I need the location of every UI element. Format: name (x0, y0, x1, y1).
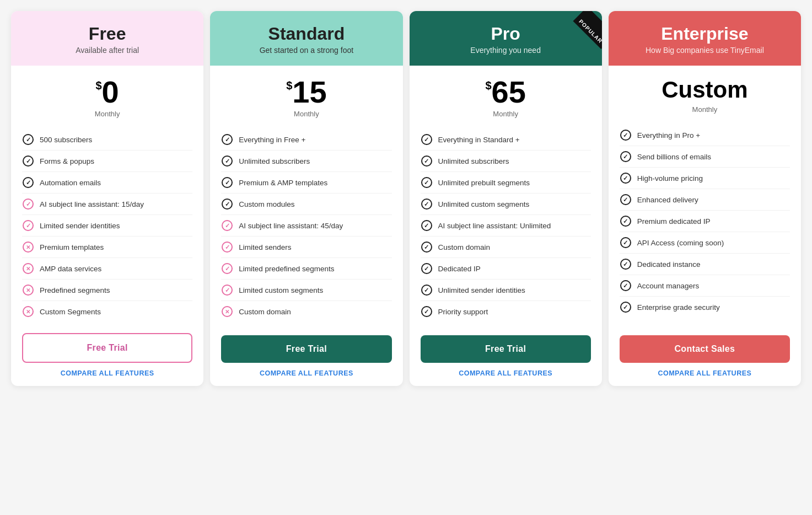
feature-item: Forms & popups (22, 151, 192, 172)
feature-text: Unlimited subscribers (438, 157, 509, 165)
compare-link-pro[interactable]: COMPARE ALL FEATURES (459, 369, 552, 377)
feature-text: API Access (coming soon) (637, 239, 724, 247)
feature-text: Dedicated instance (637, 260, 701, 269)
check-dark-icon (421, 285, 432, 296)
plan-name-free: Free (22, 24, 192, 44)
price-row-pro: $65 (421, 77, 591, 108)
features-list-enterprise: Everything in Pro +Send billions of emai… (620, 125, 790, 324)
check-pink-icon (222, 285, 233, 296)
feature-item: AI subject line assistant: 15/day (22, 194, 192, 215)
cta-area-enterprise: Contact SalesCOMPARE ALL FEATURES (620, 335, 790, 377)
feature-text: High-volume pricing (637, 174, 703, 183)
feature-item: Enterprise grade security (620, 297, 790, 318)
price-amount-enterprise: Custom (620, 77, 790, 103)
plan-body-pro: $65MonthlyEverything in Standard +Unlimi… (410, 66, 602, 386)
feature-text: Custom domain (438, 243, 491, 251)
check-dark-icon (222, 134, 233, 145)
feature-text: Enhanced delivery (637, 196, 698, 204)
features-list-pro: Everything in Standard +Unlimited subscr… (421, 129, 591, 324)
feature-text: Premium & AMP templates (239, 179, 327, 187)
check-dark-icon (421, 134, 432, 145)
plan-header-pro: POPULARProEverything you need (410, 11, 602, 66)
price-period-enterprise: Monthly (620, 105, 790, 114)
price-period-free: Monthly (22, 110, 192, 118)
feature-text: Automation emails (40, 179, 101, 187)
compare-link-enterprise[interactable]: COMPARE ALL FEATURES (658, 369, 751, 377)
feature-text: AI subject line assistant: 15/day (40, 200, 144, 208)
check-dark-icon (620, 302, 631, 313)
feature-text: Account managers (637, 282, 700, 290)
plan-header-enterprise: EnterpriseHow Big companies use TinyEmai… (609, 11, 801, 66)
feature-item: Account managers (620, 275, 790, 297)
feature-item: High-volume pricing (620, 168, 790, 189)
feature-text: Unlimited prebuilt segments (438, 179, 530, 187)
price-row-standard: $15 (221, 77, 391, 108)
check-dark-icon (222, 177, 233, 188)
check-dark-icon (222, 155, 233, 167)
feature-text: Limited predefined segments (239, 265, 334, 273)
cta-button-pro[interactable]: Free Trial (421, 335, 591, 363)
check-dark-icon (620, 173, 631, 184)
feature-item: Custom modules (221, 194, 391, 215)
feature-item: Unlimited sender identities (421, 280, 591, 301)
feature-text: Send billions of emails (637, 153, 711, 161)
price-dollar-standard: $ (286, 80, 292, 91)
feature-text: Premium dedicated IP (637, 217, 711, 226)
cta-button-enterprise[interactable]: Contact Sales (620, 335, 790, 363)
feature-item: Custom domain (421, 237, 591, 258)
plan-header-standard: StandardGet started on a strong foot (210, 11, 402, 66)
feature-item: API Access (coming soon) (620, 232, 790, 254)
plan-name-standard: Standard (221, 24, 391, 44)
check-pink-icon (222, 263, 233, 274)
feature-item: Limited predefined segments (221, 258, 391, 280)
compare-link-standard[interactable]: COMPARE ALL FEATURES (260, 369, 353, 377)
plan-tagline-standard: Get started on a strong foot (221, 46, 391, 55)
feature-text: 500 subscribers (40, 136, 92, 144)
feature-item: AMP data services (22, 258, 192, 280)
feature-item: Dedicated IP (421, 258, 591, 280)
feature-text: Premium templates (40, 243, 104, 251)
check-dark-icon (421, 155, 432, 167)
feature-item: AI subject line assistant: 45/day (221, 215, 391, 237)
price-period-standard: Monthly (221, 110, 391, 118)
pricing-grid: FreeAvailable after trial$0Monthly500 su… (11, 11, 801, 386)
plan-name-pro: Pro (421, 24, 591, 44)
price-block-pro: $65Monthly (421, 77, 591, 118)
check-dark-icon (620, 237, 631, 248)
cta-area-standard: Free TrialCOMPARE ALL FEATURES (221, 335, 391, 377)
feature-item: Limited custom segments (221, 280, 391, 301)
x-pink-icon (23, 285, 34, 296)
feature-item: Limited sender identities (22, 215, 192, 237)
check-dark-icon (23, 155, 34, 167)
feature-item: Custom domain (221, 301, 391, 322)
price-dollar-pro: $ (485, 80, 491, 91)
price-block-free: $0Monthly (22, 77, 192, 118)
cta-button-standard[interactable]: Free Trial (221, 335, 391, 363)
cta-area-free: Free TrialCOMPARE ALL FEATURES (22, 333, 192, 377)
feature-text: Unlimited sender identities (438, 286, 525, 294)
feature-item: Premium dedicated IP (620, 211, 790, 232)
plan-body-free: $0Monthly500 subscribersForms & popupsAu… (11, 66, 203, 386)
plan-card-free: FreeAvailable after trial$0Monthly500 su… (11, 11, 203, 386)
feature-item: Everything in Free + (221, 129, 391, 151)
feature-item: AI subject line assistant: Unlimited (421, 215, 591, 237)
check-dark-icon (421, 220, 432, 231)
check-dark-icon (23, 177, 34, 188)
price-amount-free: 0 (102, 77, 119, 108)
feature-item: Everything in Standard + (421, 129, 591, 151)
feature-item: Unlimited prebuilt segments (421, 172, 591, 194)
feature-item: 500 subscribers (22, 129, 192, 151)
cta-button-free[interactable]: Free Trial (22, 333, 192, 363)
feature-text: Limited senders (239, 243, 291, 251)
check-dark-icon (620, 280, 631, 291)
plan-header-free: FreeAvailable after trial (11, 11, 203, 66)
plan-body-standard: $15MonthlyEverything in Free +Unlimited … (210, 66, 402, 386)
compare-link-free[interactable]: COMPARE ALL FEATURES (61, 369, 154, 377)
check-dark-icon (620, 216, 631, 227)
price-period-pro: Monthly (421, 110, 591, 118)
x-pink-icon (23, 306, 34, 317)
price-block-enterprise: CustomMonthly (620, 77, 790, 114)
feature-item: Send billions of emails (620, 146, 790, 168)
plan-name-enterprise: Enterprise (620, 24, 790, 44)
plan-card-pro: POPULARProEverything you need$65MonthlyE… (410, 11, 602, 386)
